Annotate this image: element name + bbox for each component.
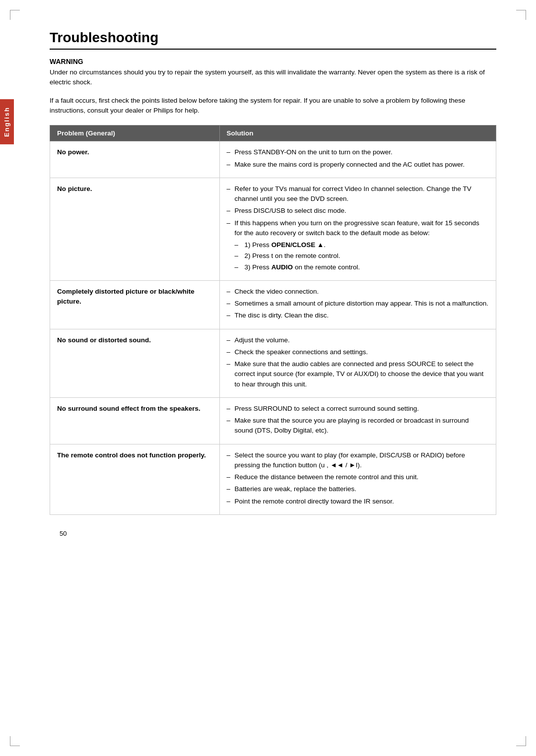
solution-cell: Refer to your TVs manual for correct Vid… <box>219 178 496 280</box>
solution-sub-item: 1) Press OPEN/CLOSE ▲. <box>235 240 489 250</box>
page-title: Troubleshooting <box>50 30 496 46</box>
solution-item: Press SURROUND to select a correct surro… <box>227 404 489 414</box>
warning-section: WARNING Under no circumstances should yo… <box>50 58 496 116</box>
intro-text: If a fault occurs, first check the point… <box>50 96 496 117</box>
page-number: 50 <box>60 530 496 537</box>
troubleshooting-table: Problem (General) Solution No power.Pres… <box>50 125 496 515</box>
solution-item: Check the speaker connections and settin… <box>227 347 489 357</box>
problem-cell: No surround sound effect from the speake… <box>50 397 220 444</box>
table-row: No power.Press STANDBY-ON on the unit to… <box>50 141 496 178</box>
problem-cell: No power. <box>50 141 220 178</box>
solution-item: Make sure that the source you are playin… <box>227 416 489 436</box>
table-row: The remote control does not function pro… <box>50 444 496 514</box>
corner-bl <box>10 736 20 746</box>
solution-cell: Select the source you want to play (for … <box>219 444 496 514</box>
table-row: No sound or distorted sound.Adjust the v… <box>50 329 496 397</box>
warning-title: WARNING <box>50 58 496 65</box>
page-container: English Troubleshooting WARNING Under no… <box>0 0 536 756</box>
solution-cell: Adjust the volume.Check the speaker conn… <box>219 329 496 397</box>
corner-br <box>516 736 526 746</box>
solution-sub-item: 2) Press t on the remote control. <box>235 251 489 261</box>
solution-cell: Press SURROUND to select a correct surro… <box>219 397 496 444</box>
solution-item: Make sure the mains cord is properly con… <box>227 160 489 170</box>
solution-item: Reduce the distance between the remote c… <box>227 472 489 482</box>
solution-item: Adjust the volume. <box>227 335 489 345</box>
warning-text-1: Under no circumstances should you try to… <box>50 67 496 88</box>
problem-cell: The remote control does not function pro… <box>50 444 220 514</box>
solution-cell: Check the video connection.Sometimes a s… <box>219 280 496 329</box>
solution-item: The disc is dirty. Clean the disc. <box>227 311 489 320</box>
table-row: No picture.Refer to your TVs manual for … <box>50 178 496 280</box>
solution-sub-item: 3) Press AUDIO on the remote control. <box>235 262 489 272</box>
corner-tr <box>516 10 526 20</box>
solution-item: Batteries are weak, replace the batterie… <box>227 484 489 494</box>
corner-tl <box>10 10 20 20</box>
problem-cell: No sound or distorted sound. <box>50 329 220 397</box>
solution-item: Select the source you want to play (for … <box>227 450 489 471</box>
solution-item: Check the video connection. <box>227 287 489 297</box>
solution-item: Refer to your TVs manual for correct Vid… <box>227 184 489 204</box>
table-row: Completely distorted picture or black/wh… <box>50 280 496 329</box>
table-header-problem: Problem (General) <box>50 126 220 141</box>
solution-item: Point the remote control directly toward… <box>227 497 489 506</box>
solution-item: Press STANDBY-ON on the unit to turn on … <box>227 147 489 157</box>
language-tab: English <box>0 99 14 144</box>
solution-item: If this happens when you turn on the pro… <box>227 218 489 272</box>
title-divider <box>50 49 496 50</box>
table-row: No surround sound effect from the speake… <box>50 397 496 444</box>
solution-item: Sometimes a small amount of picture dist… <box>227 299 489 309</box>
content-area: WARNING Under no circumstances should yo… <box>50 58 496 537</box>
problem-cell: No picture. <box>50 178 220 280</box>
solution-cell: Press STANDBY-ON on the unit to turn on … <box>219 141 496 178</box>
problem-cell: Completely distorted picture or black/wh… <box>50 280 220 329</box>
table-header-solution: Solution <box>219 126 496 141</box>
solution-item: Press DISC/USB to select disc mode. <box>227 206 489 216</box>
solution-item: Make sure that the audio cables are conn… <box>227 359 489 389</box>
